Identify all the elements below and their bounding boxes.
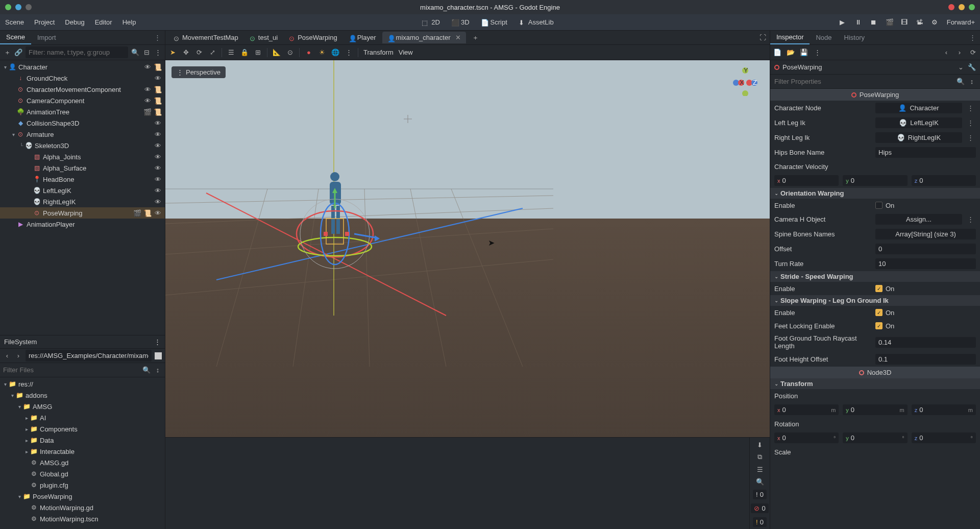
sort-icon[interactable]: ↕ bbox=[968, 78, 976, 86]
copy-icon[interactable]: ⧉ bbox=[756, 453, 764, 461]
more-icon[interactable]: ⋮ bbox=[965, 215, 976, 223]
rot-z[interactable]: z° bbox=[912, 432, 976, 443]
fs-item-amsg-gd[interactable]: ⚙AMSG.gd bbox=[0, 457, 165, 468]
collapse-icon[interactable]: ☰ bbox=[756, 465, 764, 473]
scene-more-icon[interactable]: ⋮ bbox=[154, 49, 162, 57]
mode-assetlib[interactable]: ⬇AssetLib bbox=[519, 18, 554, 26]
filesystem-tree[interactable]: ▾📁res://▾📁addons▾📁AMSG▸📁AI▸📁Components▸📁… bbox=[0, 377, 165, 529]
clap-icon[interactable]: 🎬 bbox=[143, 108, 152, 116]
scale-tool-icon[interactable]: ⤢ bbox=[208, 49, 216, 57]
tab-inspector[interactable]: Inspector bbox=[770, 31, 810, 44]
list-tool-icon[interactable]: ☰ bbox=[227, 49, 235, 57]
mode-2d[interactable]: ⬚2D bbox=[422, 18, 440, 26]
tree-node-headbone[interactable]: 📍HeadBone👁 bbox=[0, 174, 165, 185]
section-transform[interactable]: ⌄Transform bbox=[770, 378, 980, 389]
eye-icon[interactable]: 👁 bbox=[154, 74, 162, 82]
eye-icon[interactable]: 👁 bbox=[154, 198, 162, 206]
scene-tab-player[interactable]: 👤Player bbox=[344, 32, 381, 43]
fs-item-global-gd[interactable]: ⚙Global.gd bbox=[0, 468, 165, 479]
more-icon[interactable]: ⋮ bbox=[965, 104, 976, 112]
fs-view-icon[interactable] bbox=[155, 352, 162, 359]
nav-fwd-icon[interactable]: › bbox=[14, 352, 22, 360]
scene-tab-mixamo_character[interactable]: 👤mixamo_character✕ bbox=[382, 32, 466, 43]
view-menu[interactable]: View bbox=[399, 49, 413, 56]
rot-y[interactable]: y° bbox=[843, 432, 907, 443]
pos-x[interactable]: xm bbox=[774, 404, 839, 415]
save-res-icon[interactable]: 💾 bbox=[800, 49, 808, 57]
new-res-icon[interactable]: 📄 bbox=[773, 49, 781, 57]
clap-icon[interactable]: 🎬 bbox=[133, 209, 141, 217]
refresh-icon[interactable]: ⟳ bbox=[969, 49, 977, 57]
tree-node-armature[interactable]: ▾⊙Armature👁 bbox=[0, 129, 165, 140]
fs-item-motionwarping-gd[interactable]: ⚙MotionWarping.gd bbox=[0, 502, 165, 513]
eye-icon[interactable]: 👁 bbox=[154, 153, 162, 161]
sort-icon[interactable]: ↕ bbox=[154, 366, 162, 374]
pin-icon[interactable]: 🔧 bbox=[968, 63, 976, 71]
menu-debug[interactable]: Debug bbox=[65, 18, 84, 26]
rotate-tool-icon[interactable]: ⟳ bbox=[195, 49, 203, 57]
feet-lock-checkbox[interactable]: ✓ bbox=[875, 322, 883, 329]
env-icon[interactable]: 🌐 bbox=[331, 49, 339, 57]
inspected-name[interactable]: PoseWarping bbox=[782, 63, 953, 71]
fs-menu-icon[interactable]: ⋮ bbox=[154, 338, 161, 346]
inspector-filter-input[interactable] bbox=[774, 78, 953, 85]
render-icon[interactable]: ⚙ bbox=[932, 18, 940, 27]
search-icon[interactable]: 🔍 bbox=[957, 78, 965, 86]
ruler-tool-icon[interactable]: 📐 bbox=[273, 49, 281, 57]
ss-enable-checkbox[interactable]: ✓ bbox=[875, 285, 883, 292]
hist-fwd-icon[interactable]: › bbox=[955, 49, 964, 57]
eye-icon[interactable]: 👁 bbox=[154, 186, 162, 195]
fs-filter-input[interactable] bbox=[3, 364, 139, 376]
char-node-assign[interactable]: 👤Character bbox=[875, 103, 962, 113]
turn-rate-field[interactable]: 10 bbox=[875, 258, 976, 269]
camera-h-assign[interactable]: Assign... bbox=[875, 214, 962, 225]
add-node-icon[interactable]: ＋ bbox=[3, 49, 11, 57]
ow-enable-checkbox[interactable] bbox=[875, 202, 883, 209]
rot-x[interactable]: x° bbox=[774, 432, 839, 443]
close-icon[interactable]: ✕ bbox=[455, 34, 461, 41]
section-posewarping[interactable]: PoseWarping bbox=[770, 89, 980, 101]
more-icon[interactable]: ⋮ bbox=[345, 49, 353, 57]
search-icon[interactable]: 🔍 bbox=[131, 49, 139, 57]
local-icon[interactable]: ● bbox=[305, 49, 313, 57]
right-leg-assign[interactable]: 💀RightLegIK bbox=[875, 132, 962, 143]
tree-node-posewarping[interactable]: ⊙PoseWarping🎬📜👁 bbox=[0, 207, 165, 219]
scene-tree[interactable]: ▾👤Character👁📜↓GroundCheck👁⊙CharacterMove… bbox=[0, 60, 165, 335]
play-scene-icon[interactable]: 🎬 bbox=[886, 18, 894, 27]
tree-node-skeleton3d[interactable]: └💀Skeleton3D👁 bbox=[0, 140, 165, 151]
search-icon[interactable]: 🔍 bbox=[142, 366, 151, 374]
expand-icon[interactable]: ⌄ bbox=[957, 63, 965, 71]
renderer-select[interactable]: Forward+ bbox=[947, 18, 975, 26]
play-icon[interactable]: ▶ bbox=[840, 18, 848, 27]
tree-node-character[interactable]: ▾👤Character👁📜 bbox=[0, 61, 165, 73]
eye-icon[interactable]: 👁 bbox=[154, 209, 162, 217]
window-controls-right[interactable] bbox=[948, 4, 975, 10]
tab-scene[interactable]: Scene bbox=[0, 31, 31, 44]
close-traffic[interactable] bbox=[5, 4, 11, 10]
dock-menu-icon[interactable]: ⋮ bbox=[150, 34, 165, 41]
scene-filter-input[interactable] bbox=[26, 46, 128, 58]
dock-menu-icon[interactable]: ⋮ bbox=[965, 34, 980, 41]
insp-more-icon[interactable]: ⋮ bbox=[813, 49, 821, 57]
script-icon[interactable]: 📜 bbox=[154, 108, 162, 116]
eye-icon[interactable]: 👁 bbox=[143, 85, 152, 93]
select-tool-icon[interactable]: ➤ bbox=[168, 49, 177, 57]
offset-field[interactable]: 0 bbox=[875, 244, 976, 254]
movie-icon[interactable]: 📽 bbox=[916, 18, 924, 27]
tab-history[interactable]: History bbox=[838, 31, 871, 44]
menu-scene[interactable]: Scene bbox=[5, 18, 24, 26]
move-tool-icon[interactable]: ✥ bbox=[182, 49, 190, 57]
collapse-icon[interactable]: ⊟ bbox=[142, 49, 151, 57]
eye-icon[interactable]: 👁 bbox=[154, 164, 162, 172]
tree-node-charactermovementcomponent[interactable]: ⊙CharacterMovementComponent👁📜 bbox=[0, 84, 165, 95]
spine-array-button[interactable]: Array[String] (size 3) bbox=[875, 229, 976, 239]
snap-tool-icon[interactable]: ⊙ bbox=[286, 49, 294, 57]
foot-height-field[interactable]: 0.1 bbox=[875, 354, 976, 365]
menu-project[interactable]: Project bbox=[34, 18, 55, 26]
menu-editor[interactable]: Editor bbox=[95, 18, 112, 26]
tree-node-animationplayer[interactable]: ▶AnimationPlayer bbox=[0, 219, 165, 230]
more-icon[interactable]: ⋮ bbox=[965, 134, 976, 141]
pos-y[interactable]: ym bbox=[843, 404, 907, 415]
menu-help[interactable]: Help bbox=[122, 18, 136, 26]
fs-item-amsg[interactable]: ▾📁AMSG bbox=[0, 401, 165, 412]
